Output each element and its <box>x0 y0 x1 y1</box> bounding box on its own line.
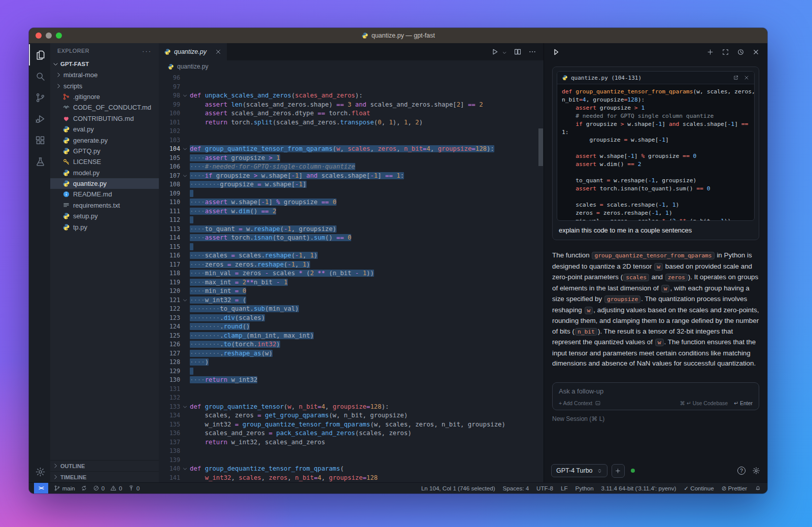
code-editor[interactable]: 969798def unpack_scales_and_zeros(scales… <box>159 73 544 482</box>
run-button[interactable] <box>491 48 499 56</box>
py-icon <box>62 223 70 231</box>
chat-bottom-bar: GPT-4 Turbo ? <box>544 459 767 482</box>
status-git-branch[interactable]: main <box>54 485 75 491</box>
fold-gutter <box>180 332 190 341</box>
code-line-101: 101 return torch.split(scales_and_zeros.… <box>159 118 544 127</box>
new-chat-button[interactable] <box>706 48 714 56</box>
assistant-response: The function group_quantize_tensor_from_… <box>552 250 759 369</box>
explorer-item-LICENSE[interactable]: LICENSE <box>50 156 159 167</box>
fold-gutter <box>180 198 190 207</box>
close-tab-icon[interactable] <box>215 48 222 55</box>
frame-icon[interactable] <box>722 48 729 56</box>
explorer-item-.gitignore[interactable]: .gitignore <box>50 91 159 102</box>
code-line-100: 100 assert scales_and_zeros.dtype == tor… <box>159 109 544 118</box>
explorer-item-quantize.py[interactable]: quantize.py <box>50 178 159 189</box>
inline-code: w <box>655 339 664 346</box>
fold-chevron-icon[interactable] <box>180 145 190 154</box>
status-prettier-status[interactable]: ⊘ Prettier <box>722 485 747 492</box>
fold-gutter <box>180 314 190 323</box>
fold-gutter <box>180 109 190 118</box>
explorer-item-scripts[interactable]: scripts <box>50 80 159 91</box>
info-icon <box>62 190 70 198</box>
followup-input[interactable]: Ask a follow-up + Add Context ⌘ ↵ Use Co… <box>552 382 759 410</box>
code-text: ····max_int = 2**n_bit - 1 <box>190 278 544 287</box>
tab-quantize-py[interactable]: quantize.py <box>159 43 227 60</box>
code-line-130: 130····return w_int32 <box>159 376 544 385</box>
explorer-item-CONTRIBUTING.md[interactable]: CONTRIBUTING.md <box>50 113 159 124</box>
status-warnings[interactable]: 0 <box>110 485 122 491</box>
activity-testing[interactable] <box>29 151 50 172</box>
status-remote-indicator[interactable]: >< <box>34 483 48 494</box>
explorer-item-mixtral-moe[interactable]: mixtral-moe <box>50 70 159 80</box>
status-eol[interactable]: LF <box>561 485 568 491</box>
fold-chevron-icon[interactable] <box>180 403 190 412</box>
open-file-icon[interactable] <box>733 75 739 81</box>
file-label: CONTRIBUTING.md <box>73 115 134 122</box>
status-ports[interactable]: 0 <box>128 485 140 491</box>
explorer-item-CODE_OF_CONDUCT.md[interactable]: CODE_OF_CONDUCT.md <box>50 102 159 113</box>
fold-chevron-icon[interactable] <box>180 91 190 101</box>
explorer-item-GPTQ.py[interactable]: GPTQ.py <box>50 146 159 156</box>
sidebar-section-outline[interactable]: OUTLINE <box>50 460 159 471</box>
line-number: 132 <box>159 393 180 403</box>
activity-explorer[interactable] <box>29 44 50 65</box>
status-errors[interactable]: 0 <box>93 485 105 491</box>
activity-extensions[interactable] <box>29 129 50 151</box>
explorer-item-eval.py[interactable]: eval.py <box>50 124 159 135</box>
breadcrumb[interactable]: quantize.py <box>159 60 544 73</box>
zoom-window-button[interactable] <box>56 32 62 39</box>
followup-placeholder: Ask a follow-up <box>559 387 753 395</box>
help-button[interactable]: ? <box>737 467 746 475</box>
explorer-item-README.md[interactable]: README.md <box>50 189 159 200</box>
run-dropdown-icon[interactable] <box>505 48 507 55</box>
add-model-button[interactable] <box>612 464 625 478</box>
status-cursor-position[interactable]: Ln 104, Col 1 (746 selected) <box>421 485 495 491</box>
model-selector[interactable]: GPT-4 Turbo <box>551 464 607 477</box>
editor-more-actions-button[interactable] <box>528 48 536 56</box>
fold-gutter <box>180 385 190 394</box>
explorer-root-folder[interactable]: GPT-FAST <box>50 58 159 70</box>
explorer-item-model.py[interactable]: model.py <box>50 168 159 178</box>
chat-settings-button[interactable] <box>752 467 760 475</box>
tab-label: quantize.py <box>174 48 207 55</box>
sidebar-section-timeline[interactable]: TIMELINE <box>50 471 159 482</box>
explorer-item-tp.py[interactable]: tp.py <box>50 221 159 232</box>
selection-highlight <box>190 243 193 250</box>
fold-gutter <box>180 420 190 430</box>
remove-context-icon[interactable] <box>743 75 750 81</box>
explorer-item-requirements.txt[interactable]: requirements.txt <box>50 200 159 211</box>
fold-chevron-icon[interactable] <box>180 172 190 181</box>
fold-chevron-icon[interactable] <box>180 465 190 474</box>
activity-source-control[interactable] <box>29 87 50 108</box>
status-language-mode[interactable]: Python <box>576 485 594 491</box>
fold-chevron-icon[interactable] <box>180 296 190 305</box>
status-continue-status[interactable]: ✓ Continue <box>684 485 714 492</box>
fold-gutter <box>180 189 190 199</box>
status-python-interpreter[interactable]: 3.11.4 64-bit ('3.11.4': pyenv) <box>601 485 676 491</box>
explorer-item-setup.py[interactable]: setup.py <box>50 211 159 221</box>
close-panel-button[interactable] <box>752 48 760 56</box>
add-context-button[interactable]: + Add Context <box>559 400 601 406</box>
code-context-card[interactable]: quantize.py (104-131) def group_quantize… <box>557 71 755 221</box>
status-indentation[interactable]: Spaces: 4 <box>503 485 529 491</box>
file-label: LICENSE <box>73 158 101 166</box>
explorer-more-actions-button[interactable]: ··· <box>142 47 152 55</box>
selection-highlight: ····to_quant = w.reshape(-1, groupsize) <box>190 225 336 233</box>
explorer-item-generate.py[interactable]: generate.py <box>50 135 159 145</box>
code-text: def group_quantize_tensor_from_qparams(w… <box>190 145 544 154</box>
editor-scrollbar[interactable] <box>538 128 543 166</box>
split-editor-button[interactable] <box>514 48 522 56</box>
activity-settings[interactable] <box>29 461 50 482</box>
minimize-window-button[interactable] <box>46 32 52 39</box>
activity-search[interactable] <box>29 65 50 87</box>
status-encoding[interactable]: UTF-8 <box>536 485 553 491</box>
titlebar[interactable]: quantize.py — gpt-fast <box>29 28 767 43</box>
status-notifications[interactable] <box>755 485 761 491</box>
line-number: 126 <box>159 340 180 349</box>
history-button[interactable] <box>737 48 745 56</box>
close-window-button[interactable] <box>36 32 42 39</box>
code-text: ····if groupsize > w.shape[-1] and scale… <box>190 172 544 181</box>
new-session-button[interactable]: New Session (⌘ L) <box>552 415 759 422</box>
status-sync-changes[interactable] <box>81 485 87 491</box>
activity-run-and-debug[interactable] <box>29 108 50 129</box>
